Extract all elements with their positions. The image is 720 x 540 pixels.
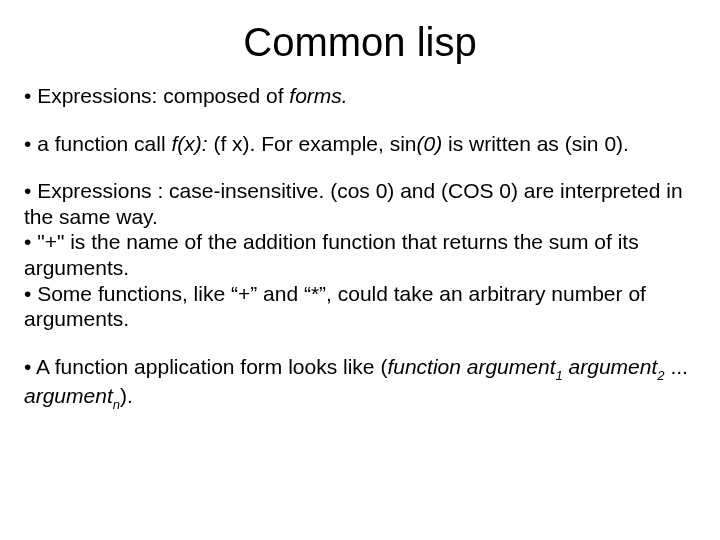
- text: is written as (sin 0).: [442, 132, 629, 155]
- text-italic: forms.: [289, 84, 347, 107]
- text-italic: argument: [24, 384, 113, 407]
- text-italic: argument: [563, 355, 658, 378]
- bullet-case-insensitive: • Expressions : case-insensitive. (cos 0…: [24, 178, 696, 229]
- subscript: 2: [657, 368, 664, 383]
- bullet-plus-name: • "+" is the name of the addition functi…: [24, 229, 696, 280]
- text: • a function call: [24, 132, 171, 155]
- subscript: 1: [555, 368, 562, 383]
- bullet-arbitrary-args: • Some functions, like “+” and “*”, coul…: [24, 281, 696, 332]
- text-ellipsis: ...: [665, 355, 688, 378]
- slide-body: • Expressions: composed of forms. • a fu…: [24, 83, 696, 412]
- text-italic: f(x):: [171, 132, 213, 155]
- text-italic: (0): [417, 132, 443, 155]
- slide-title: Common lisp: [24, 20, 696, 65]
- text: ).: [120, 384, 133, 407]
- text: • A function application form looks like: [24, 355, 380, 378]
- subscript: n: [113, 397, 120, 412]
- bullet-function-call: • a function call f(x): (f x). For examp…: [24, 131, 696, 157]
- text: • Expressions: composed of: [24, 84, 289, 107]
- text-italic: function argument: [387, 355, 555, 378]
- bullet-application-form: • A function application form looks like…: [24, 354, 696, 412]
- bullet-expressions-forms: • Expressions: composed of forms.: [24, 83, 696, 109]
- text: (f x). For example, sin: [213, 132, 416, 155]
